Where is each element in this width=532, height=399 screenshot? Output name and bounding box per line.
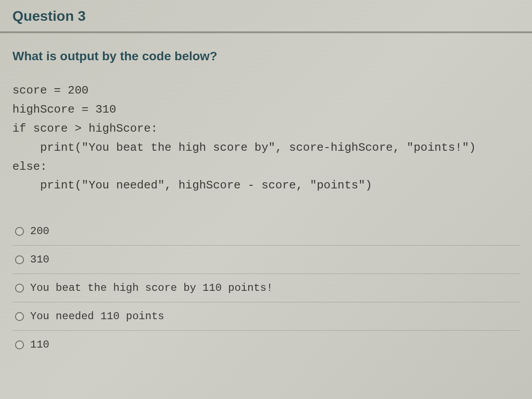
radio-icon[interactable] bbox=[15, 255, 24, 264]
option-row[interactable]: You needed 110 points bbox=[12, 302, 520, 331]
option-label: You needed 110 points bbox=[30, 310, 164, 322]
option-row[interactable]: 200 bbox=[12, 217, 520, 246]
question-header: Question 3 bbox=[0, 0, 532, 32]
option-label: 200 bbox=[30, 225, 49, 237]
option-label: 310 bbox=[30, 254, 49, 266]
option-row[interactable]: You beat the high score by 110 points! bbox=[12, 274, 520, 302]
question-prompt: What is output by the code below? bbox=[12, 49, 520, 63]
radio-icon[interactable] bbox=[15, 227, 24, 236]
radio-icon[interactable] bbox=[15, 284, 24, 293]
option-row[interactable]: 110 bbox=[12, 331, 520, 359]
option-label: 110 bbox=[30, 339, 49, 351]
option-row[interactable]: 310 bbox=[12, 246, 520, 274]
code-block: score = 200 highScore = 310 if score > h… bbox=[12, 81, 520, 195]
question-body: What is output by the code below? score … bbox=[0, 33, 532, 359]
radio-icon[interactable] bbox=[15, 340, 24, 349]
option-label: You beat the high score by 110 points! bbox=[30, 282, 273, 294]
question-title: Question 3 bbox=[12, 8, 520, 24]
radio-icon[interactable] bbox=[15, 312, 24, 321]
answer-options: 200 310 You beat the high score by 110 p… bbox=[12, 217, 520, 359]
